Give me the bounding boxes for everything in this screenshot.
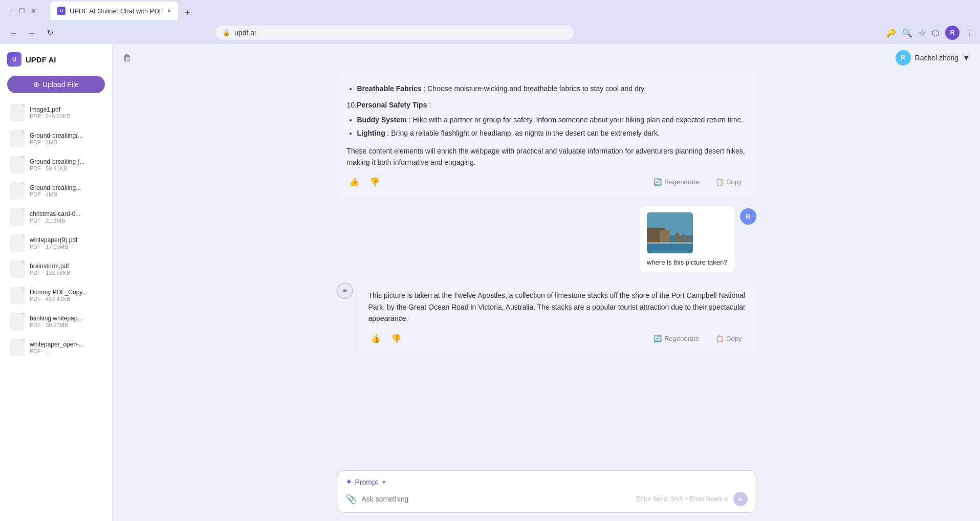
- close-button[interactable]: ✕: [29, 6, 38, 15]
- window-controls: − ☐ ✕: [6, 6, 38, 15]
- ai-message-2-text: This picture is taken at the Twelve Apos…: [368, 290, 746, 324]
- file-meta: PDF · ...: [30, 348, 102, 354]
- file-icon: [10, 130, 25, 147]
- svg-rect-4: [675, 233, 679, 243]
- thumbs-down-button-2[interactable]: 👎: [389, 332, 403, 345]
- extensions-icon[interactable]: ⬡: [932, 28, 939, 38]
- upload-file-button[interactable]: ⊕ Upload File: [7, 76, 105, 93]
- sidebar-title: UPDF AI: [26, 55, 56, 64]
- input-hint: Enter Send; Shift + Enter Newline: [636, 495, 728, 503]
- file-name: brainstorm.pdf: [30, 263, 102, 270]
- action-right: 🔄 Regenerate 📋 Copy: [649, 176, 746, 188]
- ai-message-1: Breathable Fabrics : Choose moisture-wic…: [337, 72, 756, 198]
- tab-favicon: U: [57, 7, 66, 15]
- attach-icon[interactable]: 📎: [345, 493, 357, 505]
- list-item[interactable]: christmas-card-0... PDF · 2.12MB: [3, 204, 109, 230]
- user-info[interactable]: R Rachel zhong ▼: [896, 50, 970, 66]
- list-item[interactable]: whitepaper(9).pdf PDF · 17.95MB: [3, 230, 109, 256]
- message-content: Breathable Fabrics : Choose moisture-wic…: [347, 83, 746, 168]
- profile-avatar[interactable]: R: [945, 26, 960, 40]
- file-name: whitepaper_open-...: [30, 341, 102, 348]
- copy-button-2[interactable]: 📋 Copy: [711, 333, 746, 344]
- file-icon: [10, 104, 25, 121]
- thumbs-down-button[interactable]: 👎: [367, 175, 382, 189]
- forward-button[interactable]: →: [25, 26, 39, 40]
- file-info: Image1.pdf PDF · 246.62KB: [30, 106, 102, 119]
- file-icon: [10, 339, 25, 356]
- input-box: ✦ Prompt ▼ 📎 Enter Send; Shift + Enter N…: [337, 470, 756, 513]
- file-icon: [10, 156, 25, 173]
- send-button[interactable]: ➤: [733, 492, 748, 506]
- regenerate-button-1[interactable]: 🔄 Regenerate: [649, 176, 703, 188]
- thumbs-up-button-2[interactable]: 👍: [368, 332, 383, 345]
- list-item[interactable]: Image1.pdf PDF · 246.62KB: [3, 100, 109, 125]
- user-message-wrapper: where is this picture taken? R: [337, 206, 756, 272]
- copy-icon-2: 📋: [715, 335, 724, 342]
- ask-input[interactable]: [362, 495, 631, 503]
- file-icon: [10, 260, 25, 278]
- file-name: Ground-breaking (...: [30, 158, 102, 165]
- file-meta: PDF · 30.27MB: [30, 322, 102, 328]
- svg-rect-7: [647, 242, 693, 244]
- copy-icon-1: 📋: [715, 178, 724, 186]
- list-item[interactable]: Dummy PDF_Copy... PDF · 427.41KB: [3, 283, 109, 308]
- file-icon: [10, 287, 25, 304]
- file-info: brainstorm.pdf PDF · 132.58KB: [30, 263, 102, 276]
- tab-close-button[interactable]: ×: [167, 8, 171, 14]
- list-item[interactable]: Ground-breaking (... PDF · 59.41KB: [3, 152, 109, 178]
- password-icon[interactable]: 🔑: [886, 28, 896, 38]
- trash-icon[interactable]: 🗑: [123, 53, 132, 63]
- file-name: whitepaper(9).pdf: [30, 236, 102, 244]
- new-tab-button[interactable]: +: [180, 6, 194, 20]
- tabs-bar: U UPDF AI Online: Chat with PDF × +: [44, 2, 201, 20]
- svg-rect-3: [660, 230, 670, 243]
- message-content-2: This picture is taken at the Twelve Apos…: [368, 290, 746, 324]
- thumbs-up-button[interactable]: 👍: [347, 175, 361, 189]
- file-name: Image1.pdf: [30, 106, 102, 113]
- menu-icon[interactable]: ⋮: [966, 28, 974, 38]
- maximize-button[interactable]: ☐: [17, 6, 27, 15]
- file-name: banking whitepap...: [30, 315, 102, 322]
- bookmark-icon[interactable]: ☆: [919, 28, 926, 38]
- back-button[interactable]: ←: [6, 26, 20, 40]
- title-bar: − ☐ ✕ U UPDF AI Online: Chat with PDF × …: [0, 0, 980, 21]
- address-bar: ← → ↻ 🔒 updf.ai 🔑 🔍 ☆ ⬡ R ⋮: [0, 21, 980, 44]
- upload-label: Upload File: [42, 80, 79, 89]
- copy-button-1[interactable]: 📋 Copy: [711, 176, 746, 188]
- active-tab[interactable]: U UPDF AI Online: Chat with PDF ×: [50, 2, 178, 20]
- list-item[interactable]: Ground-breaking(... PDF · 4MB: [3, 126, 109, 151]
- svg-rect-6: [687, 236, 689, 243]
- list-item[interactable]: Ground-breaking... PDF · 4MB: [3, 178, 109, 204]
- main-header: 🗑 R Rachel zhong ▼: [113, 44, 980, 72]
- file-icon: [10, 234, 25, 252]
- list-item[interactable]: whitepaper_open-... PDF · ...: [3, 335, 109, 360]
- lock-icon: 🔒: [223, 29, 230, 36]
- sidebar: U UPDF AI ⊕ Upload File Image1.pdf PDF ·…: [0, 44, 113, 521]
- tab-title: UPDF AI Online: Chat with PDF: [70, 7, 163, 15]
- ai-message-wrapper-2: This picture is taken at the Twelve Apos…: [337, 280, 756, 354]
- sidebar-header: U UPDF AI: [0, 44, 112, 72]
- file-meta: PDF · 132.58KB: [30, 270, 102, 276]
- message-actions-1: 👍 👎 🔄 Regenerate 📋 Copy: [347, 175, 746, 189]
- browser-chrome: − ☐ ✕ U UPDF AI Online: Chat with PDF × …: [0, 0, 980, 44]
- file-meta: PDF · 427.41KB: [30, 296, 102, 302]
- reload-button[interactable]: ↻: [43, 26, 57, 40]
- action-right-2: 🔄 Regenerate 📋 Copy: [649, 333, 746, 344]
- file-meta: PDF · 4MB: [30, 139, 102, 145]
- file-info: banking whitepap... PDF · 30.27MB: [30, 315, 102, 328]
- url-box[interactable]: 🔒 updf.ai: [215, 26, 574, 40]
- updf-logo: U: [7, 52, 21, 67]
- list-item[interactable]: banking whitepap... PDF · 30.27MB: [3, 309, 109, 334]
- chat-area[interactable]: Breathable Fabrics : Choose moisture-wic…: [113, 72, 980, 470]
- prompt-dropdown-icon: ▼: [381, 479, 387, 485]
- ai-message-2: This picture is taken at the Twelve Apos…: [358, 280, 756, 354]
- copy-label-2: Copy: [726, 335, 742, 342]
- list-item[interactable]: brainstorm.pdf PDF · 132.58KB: [3, 256, 109, 282]
- prompt-selector[interactable]: ✦ Prompt ▼: [345, 477, 748, 487]
- user-bubble: where is this picture taken?: [640, 206, 735, 272]
- minimize-button[interactable]: −: [6, 6, 15, 15]
- file-name: Dummy PDF_Copy...: [30, 289, 102, 296]
- zoom-icon[interactable]: 🔍: [902, 28, 912, 38]
- regenerate-button-2[interactable]: 🔄 Regenerate: [649, 333, 703, 344]
- input-row: 📎 Enter Send; Shift + Enter Newline ➤: [345, 492, 748, 506]
